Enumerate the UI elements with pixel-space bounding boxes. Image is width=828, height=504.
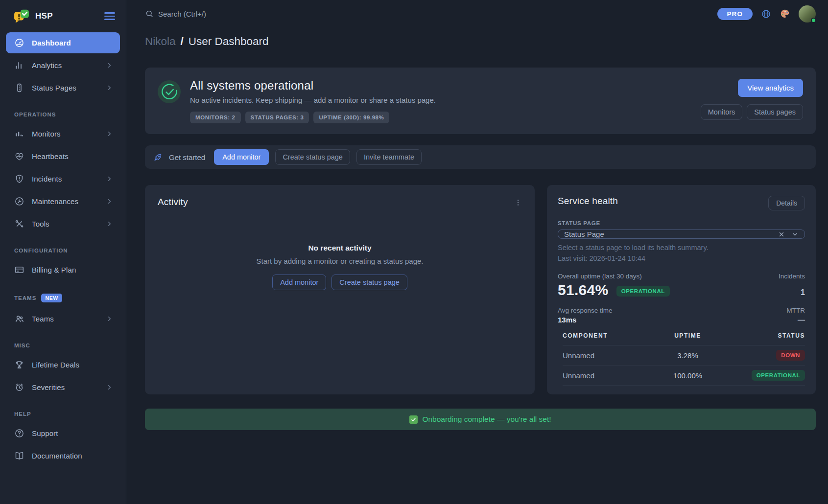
get-started-label: Get started	[169, 153, 205, 161]
uptime-value: 51.64%	[558, 282, 609, 298]
sidebar-item-label: Status Pages	[32, 84, 98, 92]
activity-title: Activity	[158, 197, 188, 207]
theme-palette-icon[interactable]	[780, 8, 790, 19]
sidebar-item-analytics[interactable]: Analytics	[6, 55, 120, 76]
main-content: Search (Ctrl+/) PRO Nikola / User Dashbo…	[126, 0, 828, 504]
new-badge: NEW	[41, 294, 62, 302]
sidebar-item-billing[interactable]: Billing & Plan	[6, 259, 120, 280]
breadcrumb-parent[interactable]: Nikola	[145, 35, 176, 48]
sidebar-item-label: Teams	[32, 315, 98, 323]
breadcrumb: Nikola / User Dashboard	[145, 35, 816, 48]
chevron-right-icon	[106, 175, 113, 183]
sidebar-item-label: Tools	[32, 220, 98, 228]
sidebar-section-operations: OPERATIONS	[14, 112, 112, 117]
page-title: User Dashboard	[189, 35, 269, 48]
create-status-page-button[interactable]: Create status page	[275, 149, 350, 165]
status-page-select-value: Status Page	[564, 230, 778, 238]
sidebar-item-label: Lifetime Deals	[32, 361, 113, 369]
sidebar-item-incidents[interactable]: Incidents	[6, 168, 120, 189]
globe-icon[interactable]	[761, 9, 771, 19]
chevron-right-icon	[106, 220, 113, 228]
view-analytics-button[interactable]: View analytics	[738, 79, 803, 97]
user-avatar[interactable]	[799, 5, 816, 23]
sidebar-section-configuration: CONFIGURATION	[14, 248, 112, 253]
sidebar-item-label: Maintenances	[32, 197, 98, 206]
users-icon	[14, 314, 24, 324]
onboarding-banner-text: Onboarding complete — you're all set!	[422, 415, 551, 424]
monitors-count-badge: MONITORS: 2	[190, 112, 241, 123]
sidebar-item-severities[interactable]: Severities	[6, 377, 120, 398]
details-button[interactable]: Details	[768, 196, 805, 210]
sidebar-item-monitors[interactable]: Monitors	[6, 123, 120, 144]
sidebar-item-teams[interactable]: Teams	[6, 308, 120, 329]
activity-card: Activity No recent activity Start by add…	[145, 185, 535, 394]
check-circle-icon	[158, 80, 181, 103]
sidebar-item-label: Analytics	[32, 61, 98, 69]
alarm-clock-icon	[14, 382, 24, 392]
system-status-title: All systems operational	[190, 79, 691, 92]
chevron-down-icon[interactable]	[791, 230, 799, 238]
chevron-right-icon	[106, 315, 113, 322]
system-status-subtitle: No active incidents. Keep shipping — add…	[190, 96, 691, 104]
sidebar-item-lifetime-deals[interactable]: Lifetime Deals	[6, 354, 120, 375]
sidebar-item-label: Documentation	[32, 452, 113, 460]
service-health-card: Service health Details STATUS PAGE Statu…	[547, 185, 816, 394]
service-health-title: Service health	[558, 196, 618, 206]
chevron-right-icon	[106, 384, 113, 391]
sidebar-section-help: HELP	[14, 411, 112, 417]
status-page-select[interactable]: Status Page	[558, 229, 805, 239]
gauge-icon	[14, 38, 24, 48]
status-badge: OPERATIONAL	[752, 370, 805, 381]
sidebar-item-label: Billing & Plan	[32, 266, 113, 274]
rocket-icon	[153, 153, 163, 162]
table-row[interactable]: Unnamed 3.28% DOWN	[563, 345, 805, 366]
clear-selection-icon[interactable]	[778, 231, 785, 238]
status-pages-count-badge: STATUS PAGES: 3	[245, 112, 309, 123]
column-header-component: COMPONENT	[563, 332, 649, 339]
chevron-right-icon	[106, 84, 113, 92]
book-icon	[14, 451, 24, 461]
hero-monitors-button[interactable]: Monitors	[701, 104, 743, 120]
incidents-label: Incidents	[779, 273, 805, 280]
chevron-right-icon	[106, 130, 113, 137]
sidebar-item-documentation[interactable]: Documentation	[6, 445, 120, 466]
plan-badge[interactable]: PRO	[717, 8, 753, 20]
traffic-light-icon	[14, 83, 24, 93]
empty-state-title: No recent activity	[308, 244, 371, 252]
component-uptime: 100.00%	[649, 371, 727, 380]
add-monitor-button[interactable]: Add monitor	[214, 149, 269, 165]
sidebar-item-status-pages[interactable]: Status Pages	[6, 77, 120, 98]
mttr-value: —	[798, 316, 805, 324]
search-input[interactable]: Search (Ctrl+/)	[145, 9, 206, 18]
sidebar: HSP Dashboard Analytics Status Pages OPE…	[0, 0, 126, 504]
sidebar-item-heartbeats[interactable]: Heartbeats	[6, 146, 120, 167]
sidebar-item-support[interactable]: Support	[6, 423, 120, 444]
empty-state-subtitle: Start by adding a monitor or creating a …	[256, 257, 423, 265]
help-circle-icon	[14, 428, 24, 438]
uptime-30d-badge: UPTIME (30D): 99.98%	[313, 112, 389, 123]
table-row[interactable]: Unnamed 100.00% OPERATIONAL	[563, 366, 805, 386]
sidebar-toggle-button[interactable]	[103, 10, 116, 22]
components-table: COMPONENT UPTIME STATUS Unnamed 3.28% DO…	[563, 332, 805, 386]
component-uptime: 3.28%	[649, 351, 727, 360]
monitor-bars-icon	[14, 129, 24, 139]
sidebar-section-teams: TEAMS NEW	[14, 294, 112, 302]
app-logo-icon	[14, 8, 29, 24]
activity-add-monitor-button[interactable]: Add monitor	[272, 275, 326, 290]
sidebar-item-dashboard[interactable]: Dashboard	[6, 32, 120, 53]
search-placeholder: Search (Ctrl+/)	[158, 10, 206, 18]
status-badge: DOWN	[776, 350, 805, 361]
overall-uptime-label: Overall uptime (last 30 days)	[558, 273, 642, 280]
heartbeat-icon	[14, 151, 24, 161]
hero-status-pages-button[interactable]: Status pages	[747, 104, 803, 120]
system-status-card: All systems operational No active incide…	[145, 68, 816, 134]
get-started-bar: Get started Add monitor Create status pa…	[145, 145, 816, 169]
kebab-menu-icon[interactable]	[514, 199, 522, 206]
activity-create-status-page-button[interactable]: Create status page	[331, 275, 407, 290]
topbar: Search (Ctrl+/) PRO	[145, 0, 816, 27]
sidebar-item-tools[interactable]: Tools	[6, 213, 120, 234]
status-page-field-label: STATUS PAGE	[558, 220, 805, 226]
invite-teammate-button[interactable]: Invite teammate	[356, 149, 422, 165]
sidebar-item-maintenances[interactable]: Maintenances	[6, 191, 120, 212]
sidebar-item-label: Incidents	[32, 175, 98, 183]
